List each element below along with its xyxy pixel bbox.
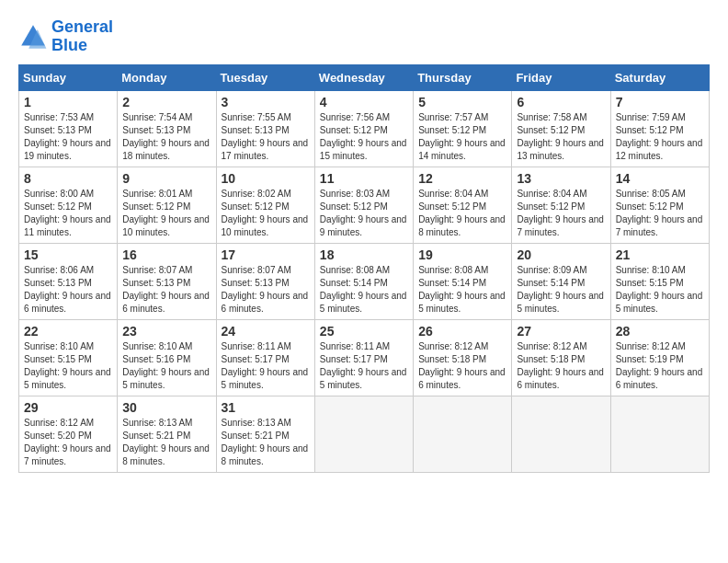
calendar-cell: 30 Sunrise: 8:13 AMSunset: 5:21 PMDaylig… xyxy=(118,396,216,472)
day-number: 5 xyxy=(418,95,506,109)
logo-text: General Blue xyxy=(51,18,113,55)
day-number: 7 xyxy=(616,95,704,109)
calendar-week-row: 22 Sunrise: 8:10 AMSunset: 5:15 PMDaylig… xyxy=(19,319,710,396)
calendar-cell: 19 Sunrise: 8:08 AMSunset: 5:14 PMDaylig… xyxy=(414,243,512,319)
calendar-cell: 28 Sunrise: 8:12 AMSunset: 5:19 PMDaylig… xyxy=(610,319,709,396)
calendar-cell: 13 Sunrise: 8:04 AMSunset: 5:12 PMDaylig… xyxy=(512,167,610,243)
day-number: 23 xyxy=(122,324,210,339)
weekday-header: Sunday xyxy=(19,64,118,90)
day-info: Sunrise: 7:57 AMSunset: 5:12 PMDaylight:… xyxy=(418,111,506,163)
day-info: Sunrise: 8:08 AMSunset: 5:14 PMDaylight:… xyxy=(320,264,408,316)
calendar-cell: 31 Sunrise: 8:13 AMSunset: 5:21 PMDaylig… xyxy=(216,396,314,472)
day-info: Sunrise: 8:03 AMSunset: 5:12 PMDaylight:… xyxy=(320,188,408,239)
calendar-cell: 8 Sunrise: 8:00 AMSunset: 5:12 PMDayligh… xyxy=(19,167,118,243)
day-info: Sunrise: 8:02 AMSunset: 5:12 PMDaylight:… xyxy=(222,188,310,239)
logo-icon xyxy=(18,22,48,52)
day-info: Sunrise: 7:56 AMSunset: 5:12 PMDaylight:… xyxy=(320,111,408,163)
day-info: Sunrise: 8:13 AMSunset: 5:21 PMDaylight:… xyxy=(122,417,210,468)
calendar-cell xyxy=(610,396,709,472)
day-number: 19 xyxy=(418,247,506,262)
calendar-body: 1 Sunrise: 7:53 AMSunset: 5:13 PMDayligh… xyxy=(19,90,710,472)
calendar-cell: 20 Sunrise: 8:09 AMSunset: 5:14 PMDaylig… xyxy=(512,243,610,319)
weekday-header: Thursday xyxy=(414,64,512,90)
day-number: 17 xyxy=(222,247,310,262)
calendar-cell xyxy=(314,396,413,472)
day-number: 26 xyxy=(418,324,506,339)
day-number: 21 xyxy=(616,247,704,262)
day-info: Sunrise: 7:53 AMSunset: 5:13 PMDaylight:… xyxy=(24,111,112,163)
calendar-cell: 12 Sunrise: 8:04 AMSunset: 5:12 PMDaylig… xyxy=(414,167,512,243)
day-number: 4 xyxy=(320,95,408,109)
weekday-header: Monday xyxy=(118,64,216,90)
day-number: 3 xyxy=(222,95,310,109)
calendar-week-row: 8 Sunrise: 8:00 AMSunset: 5:12 PMDayligh… xyxy=(19,167,710,243)
day-info: Sunrise: 8:06 AMSunset: 5:13 PMDaylight:… xyxy=(24,264,112,316)
calendar-cell: 26 Sunrise: 8:12 AMSunset: 5:18 PMDaylig… xyxy=(414,319,512,396)
calendar-cell: 10 Sunrise: 8:02 AMSunset: 5:12 PMDaylig… xyxy=(216,167,314,243)
calendar-week-row: 29 Sunrise: 8:12 AMSunset: 5:20 PMDaylig… xyxy=(19,396,710,472)
calendar-table: SundayMondayTuesdayWednesdayThursdayFrid… xyxy=(18,64,710,473)
calendar-cell xyxy=(414,396,512,472)
day-info: Sunrise: 8:12 AMSunset: 5:18 PMDaylight:… xyxy=(517,340,605,392)
day-number: 24 xyxy=(222,324,310,339)
day-number: 13 xyxy=(517,171,605,186)
day-info: Sunrise: 8:07 AMSunset: 5:13 PMDaylight:… xyxy=(222,264,310,316)
calendar-cell: 1 Sunrise: 7:53 AMSunset: 5:13 PMDayligh… xyxy=(19,90,118,167)
day-number: 29 xyxy=(24,400,112,415)
weekday-header: Friday xyxy=(512,64,610,90)
calendar-cell: 22 Sunrise: 8:10 AMSunset: 5:15 PMDaylig… xyxy=(19,319,118,396)
logo: General Blue xyxy=(18,18,113,55)
day-number: 27 xyxy=(517,324,605,339)
calendar-cell: 18 Sunrise: 8:08 AMSunset: 5:14 PMDaylig… xyxy=(314,243,413,319)
calendar-cell: 6 Sunrise: 7:58 AMSunset: 5:12 PMDayligh… xyxy=(512,90,610,167)
day-info: Sunrise: 8:10 AMSunset: 5:15 PMDaylight:… xyxy=(616,264,704,316)
day-info: Sunrise: 7:58 AMSunset: 5:12 PMDaylight:… xyxy=(517,111,605,163)
day-info: Sunrise: 8:10 AMSunset: 5:16 PMDaylight:… xyxy=(122,340,210,392)
calendar-week-row: 1 Sunrise: 7:53 AMSunset: 5:13 PMDayligh… xyxy=(19,90,710,167)
calendar-cell xyxy=(512,396,610,472)
calendar-week-row: 15 Sunrise: 8:06 AMSunset: 5:13 PMDaylig… xyxy=(19,243,710,319)
calendar-cell: 25 Sunrise: 8:11 AMSunset: 5:17 PMDaylig… xyxy=(314,319,413,396)
day-info: Sunrise: 8:12 AMSunset: 5:18 PMDaylight:… xyxy=(418,340,506,392)
day-number: 15 xyxy=(24,247,112,262)
weekday-header: Saturday xyxy=(610,64,709,90)
day-info: Sunrise: 8:10 AMSunset: 5:15 PMDaylight:… xyxy=(24,340,112,392)
calendar-cell: 17 Sunrise: 8:07 AMSunset: 5:13 PMDaylig… xyxy=(216,243,314,319)
day-info: Sunrise: 8:11 AMSunset: 5:17 PMDaylight:… xyxy=(222,340,310,392)
day-number: 14 xyxy=(616,171,704,186)
calendar-cell: 11 Sunrise: 8:03 AMSunset: 5:12 PMDaylig… xyxy=(314,167,413,243)
day-number: 20 xyxy=(517,247,605,262)
calendar-cell: 14 Sunrise: 8:05 AMSunset: 5:12 PMDaylig… xyxy=(610,167,709,243)
day-info: Sunrise: 8:12 AMSunset: 5:19 PMDaylight:… xyxy=(616,340,704,392)
calendar-cell: 2 Sunrise: 7:54 AMSunset: 5:13 PMDayligh… xyxy=(118,90,216,167)
page-header: General Blue xyxy=(18,18,710,55)
day-info: Sunrise: 8:13 AMSunset: 5:21 PMDaylight:… xyxy=(222,417,310,468)
day-number: 10 xyxy=(222,171,310,186)
calendar-cell: 27 Sunrise: 8:12 AMSunset: 5:18 PMDaylig… xyxy=(512,319,610,396)
day-number: 28 xyxy=(616,324,704,339)
calendar-cell: 24 Sunrise: 8:11 AMSunset: 5:17 PMDaylig… xyxy=(216,319,314,396)
day-number: 22 xyxy=(24,324,112,339)
calendar-cell: 9 Sunrise: 8:01 AMSunset: 5:12 PMDayligh… xyxy=(118,167,216,243)
day-number: 18 xyxy=(320,247,408,262)
day-info: Sunrise: 8:08 AMSunset: 5:14 PMDaylight:… xyxy=(418,264,506,316)
day-info: Sunrise: 8:04 AMSunset: 5:12 PMDaylight:… xyxy=(517,188,605,239)
calendar-cell: 29 Sunrise: 8:12 AMSunset: 5:20 PMDaylig… xyxy=(19,396,118,472)
day-number: 11 xyxy=(320,171,408,186)
day-info: Sunrise: 8:04 AMSunset: 5:12 PMDaylight:… xyxy=(418,188,506,239)
day-info: Sunrise: 8:09 AMSunset: 5:14 PMDaylight:… xyxy=(517,264,605,316)
day-number: 8 xyxy=(24,171,112,186)
day-number: 1 xyxy=(24,95,112,109)
day-info: Sunrise: 7:55 AMSunset: 5:13 PMDaylight:… xyxy=(222,111,310,163)
day-info: Sunrise: 8:07 AMSunset: 5:13 PMDaylight:… xyxy=(122,264,210,316)
calendar-cell: 15 Sunrise: 8:06 AMSunset: 5:13 PMDaylig… xyxy=(19,243,118,319)
day-info: Sunrise: 8:12 AMSunset: 5:20 PMDaylight:… xyxy=(24,417,112,468)
calendar-cell: 5 Sunrise: 7:57 AMSunset: 5:12 PMDayligh… xyxy=(414,90,512,167)
day-info: Sunrise: 7:54 AMSunset: 5:13 PMDaylight:… xyxy=(122,111,210,163)
calendar-cell: 3 Sunrise: 7:55 AMSunset: 5:13 PMDayligh… xyxy=(216,90,314,167)
calendar-cell: 16 Sunrise: 8:07 AMSunset: 5:13 PMDaylig… xyxy=(118,243,216,319)
calendar-cell: 23 Sunrise: 8:10 AMSunset: 5:16 PMDaylig… xyxy=(118,319,216,396)
day-number: 30 xyxy=(122,400,210,415)
day-number: 6 xyxy=(517,95,605,109)
day-info: Sunrise: 8:05 AMSunset: 5:12 PMDaylight:… xyxy=(616,188,704,239)
